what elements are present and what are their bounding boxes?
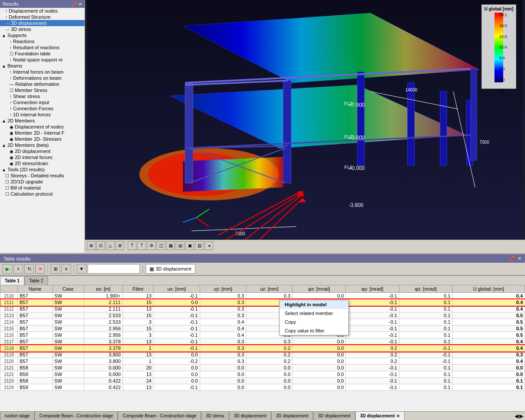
bottom-tab-0[interactable]: ruction stage [0, 412, 34, 420]
data-table-container[interactable]: Name Case αx: [m] Fibre ux: [mm] uy: [mm… [0, 285, 525, 420]
pin-button[interactable]: 📌 [72, 2, 77, 7]
toolbar-btn-3[interactable]: △ [106, 241, 115, 250]
table-row[interactable]: 2111 B57 SW 2.111 15 0.0 0.3 0.3 0.0 -0.… [0, 299, 525, 306]
toolbar-btn-7[interactable]: ⚙ [147, 241, 156, 250]
tree-item-deformed-structure[interactable]: ↑Deformed Structure [0, 14, 85, 20]
toolbar-btn-11[interactable]: ▣ [185, 241, 194, 250]
tree-item-member-2d-stresses[interactable]: ◉Member 2D- Stresses [0, 136, 85, 142]
result-type-select[interactable] [88, 264, 140, 274]
tree-item-beams[interactable]: ▲Beams [0, 63, 85, 69]
tree-item-foundation-table[interactable]: ☐Foundation table [0, 51, 85, 57]
table-row[interactable]: 2110 B57 SW 1.900+ 13 -0.1 0.3 0.3 0.0 -… [0, 293, 525, 299]
tree-item-2d-members[interactable]: ▲2D Members [0, 118, 85, 124]
tree-item-displacement-of-nodes-1[interactable]: ↑Displacement of nodes [0, 8, 85, 14]
bottom-tab-5[interactable]: 3D displacement [271, 412, 313, 420]
toolbar-btn-13[interactable]: ◂ [205, 241, 213, 250]
refresh-button[interactable]: ↻ [24, 264, 34, 274]
table-row[interactable]: 2115 B57 SW 2.956 15 -0.1 0.4 0.3 0.0 -0… [0, 325, 525, 332]
col-fibre[interactable]: Fibre [123, 285, 153, 293]
col-ux[interactable]: ux: [mm] [153, 285, 200, 293]
toolbar-btn-1[interactable]: ⊞ [87, 241, 95, 250]
bottom-tab-7[interactable]: 3D displacement✕ [355, 412, 405, 420]
delete-button[interactable]: ✕ [35, 264, 45, 274]
toolbar-btn-6[interactable]: T [137, 241, 146, 250]
tab-nav-buttons[interactable]: ◀ ▶ [513, 413, 525, 419]
tree-item-deformations-on-beam[interactable]: ↑Deformations on beam [0, 75, 85, 81]
col-uglobal[interactable]: U global: [mm] [453, 285, 525, 293]
tree-item-3d-displacement[interactable]: →3D displacement [0, 20, 85, 26]
context-menu-item[interactable]: Highlight in model [280, 300, 348, 309]
tree-item-tools[interactable]: ▲Tools (2D results) [0, 166, 85, 173]
table-row[interactable]: 2112 B57 SW 2.111 13 -0.1 0.3 0.3 0.0 -0… [0, 306, 525, 312]
col-phiz[interactable]: φz: [mrad] [399, 285, 452, 293]
3d-viewport[interactable]: +7.600 FL3 +3.800 FL2 +0.000 FL1 -3.800 … [85, 0, 525, 251]
table-row[interactable]: 2116 B57 SW 2.956 3 -0.1 0.4 0.3 0.0 -0.… [0, 332, 525, 339]
panel-header-buttons[interactable]: 📌 ✕ [72, 2, 82, 7]
tab-close-button-7[interactable]: ✕ [396, 414, 400, 418]
tree-item-internal-forces-on-beam[interactable]: ↑Internal forces on beam [0, 69, 85, 75]
table-row[interactable]: 2123 B58 SW 0.422 24 0.0 0.0 0.0 0.0 -0.… [0, 378, 525, 384]
col-uz[interactable]: uz: [mm] [246, 285, 292, 293]
toolbar-btn-9[interactable]: ▦ [166, 241, 175, 250]
col-ax[interactable]: αx: [m] [84, 285, 123, 293]
col-name[interactable]: Name [18, 285, 53, 293]
bottom-tab-1[interactable]: Composite Beam - Construction stage [34, 412, 118, 420]
context-menu-item[interactable]: Copy value to filter [280, 326, 348, 335]
tree-item-2d-members-beta[interactable]: ▲2D Members (beta) [0, 142, 85, 148]
table-pin-button[interactable]: 📌 [509, 256, 515, 261]
toolbar-btn-5[interactable]: T [128, 241, 136, 250]
tree-item-calculation-protocol[interactable]: ☐Calculation protocol [0, 191, 85, 197]
tree-item-shear-stress[interactable]: ↑Shear stress [0, 93, 85, 99]
bottom-tab-2[interactable]: Composite Beam - Construction stage [118, 412, 201, 420]
tree-item-2d-internal-forces[interactable]: ◉2D internal forces [0, 154, 85, 160]
toolbar-btn-10[interactable]: ▤ [176, 241, 184, 250]
toolbar-btn-8[interactable]: ◫ [157, 241, 165, 250]
col-phiy[interactable]: φy: [mrad] [346, 285, 399, 293]
tree-item-supports[interactable]: ▲Supports [0, 32, 85, 38]
bottom-tab-6[interactable]: 3D displacement [313, 412, 355, 420]
tab-next-button[interactable]: ▶ [519, 413, 523, 419]
table-row[interactable]: 2118 B57 SW 3.378 1 -0.1 0.3 0.2 0.0 0.2… [0, 345, 525, 352]
context-menu-item[interactable]: Select related member [280, 309, 348, 318]
table-row[interactable]: 2122 B58 SW 0.000 13 0.0 0.0 0.0 0.0 -0.… [0, 371, 525, 378]
tree-item-bill-of-material[interactable]: ☐Bill of material [0, 185, 85, 191]
context-menu-item[interactable]: Copy [280, 318, 348, 326]
close-button[interactable]: ✕ [78, 2, 82, 7]
results-panel[interactable]: Results 📌 ✕ ↑Displacement of nodes↑Defor… [0, 0, 85, 253]
tree-item-2d-displacement[interactable]: ◉2D displacement [0, 148, 85, 154]
add-button[interactable]: + [14, 264, 23, 274]
tree-item-nodal-space-support[interactable]: ↑Nodal space support re [0, 57, 85, 63]
tree-item-reactions[interactable]: ↑Reactions [0, 38, 85, 44]
table-header-buttons[interactable]: 📌 ✕ [509, 256, 522, 261]
tree-item-3d-stress[interactable]: →3D stress [0, 26, 85, 32]
col-phix[interactable]: φx: [mrad] [293, 285, 346, 293]
table-row[interactable]: 2117 B57 SW 3.378 13 -0.1 0.3 0.3 0.0 -0… [0, 339, 525, 345]
tree-item-1d-internal-forces[interactable]: ↑1D internal forces [0, 112, 85, 118]
table-row[interactable]: 2121 B58 SW 0.000 20 0.0 0.0 0.0 0.0 -0.… [0, 365, 525, 371]
tree-item-storeys[interactable]: ☐Storeys - Detailed results [0, 173, 85, 179]
tree-item-connection-input[interactable]: ↑Connection input [0, 99, 85, 105]
table-row[interactable]: 2120 B57 SW 3.800 1 -0.2 0.3 0.2 0.0 0.2… [0, 358, 525, 365]
tree-item-member-stress[interactable]: ☐Member Stress [0, 87, 85, 93]
tree-item-resultant-of-reactions[interactable]: ↑Resultant of reactions [0, 44, 85, 51]
table-tab-1[interactable]: Table 1 [0, 276, 24, 285]
table-row[interactable]: 2114 B57 SW 2.533 3 -0.1 0.4 0.3 0.0 -0.… [0, 319, 525, 325]
table-layout-btn2[interactable]: ≡ [61, 264, 71, 274]
play-button[interactable]: ▶ [3, 264, 12, 274]
bottom-tab-4[interactable]: 3D displacement [229, 412, 271, 420]
table-layout-btn[interactable]: ⊞ [51, 264, 60, 274]
toolbar-btn-2[interactable]: ⊡ [96, 241, 105, 250]
table-tab-2[interactable]: Table 2 [24, 276, 48, 285]
toolbar-btn-12[interactable]: ▥ [195, 241, 204, 250]
tree-item-member-2d-internal[interactable]: ◉Member 2D - Internal F [0, 130, 85, 136]
table-row[interactable]: 2113 B57 SW 2.533 15 -0.1 0.3 0.3 0.0 -0… [0, 312, 525, 319]
tree-item-displacement-of-nodes-2d[interactable]: ◉Displacement of nodes [0, 124, 85, 130]
tree-item-relative-deformation[interactable]: —Relative deformation [0, 81, 85, 87]
filter-btn[interactable]: ▼ [77, 264, 86, 274]
bottom-tab-3[interactable]: 3D stress [201, 412, 229, 420]
table-close-button[interactable]: ✕ [518, 256, 522, 261]
tree-item-2d-1d-upgrade[interactable]: ☐2D/1D upgrade [0, 179, 85, 185]
tab-prev-button[interactable]: ◀ [515, 413, 518, 419]
toolbar-btn-4[interactable]: ⊞ [116, 241, 124, 250]
col-case[interactable]: Case [52, 285, 84, 293]
